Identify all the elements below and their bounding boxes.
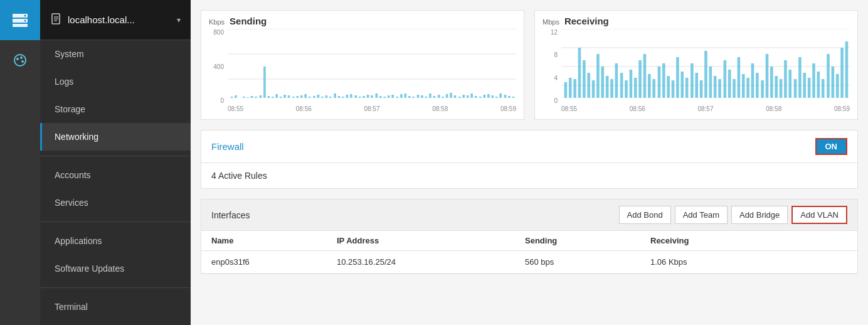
svg-rect-73 bbox=[467, 95, 469, 98]
svg-rect-21 bbox=[251, 96, 253, 98]
table-row[interactable]: enp0s31f6 10.253.16.25/24 560 bps 1.06 K… bbox=[201, 251, 857, 274]
svg-rect-59 bbox=[408, 96, 411, 98]
firewall-link[interactable]: Firewall bbox=[211, 141, 244, 152]
sending-title: Sending bbox=[230, 16, 267, 26]
svg-rect-121 bbox=[714, 76, 717, 98]
svg-rect-90 bbox=[569, 78, 572, 98]
svg-rect-35 bbox=[309, 97, 311, 98]
sending-unit: Kbps bbox=[209, 18, 225, 26]
receiving-x-labels: 08:55 08:56 08:57 08:58 08:59 bbox=[561, 105, 850, 117]
nav-divider-3 bbox=[40, 287, 191, 288]
svg-rect-141 bbox=[808, 78, 811, 98]
svg-rect-62 bbox=[421, 95, 423, 98]
receiving-chart-svg bbox=[561, 29, 850, 104]
col-header-sending: Sending bbox=[525, 236, 650, 245]
svg-point-5 bbox=[14, 55, 26, 66]
svg-rect-22 bbox=[255, 97, 257, 98]
svg-rect-75 bbox=[475, 96, 477, 98]
svg-rect-20 bbox=[246, 97, 249, 98]
sending-chart-area: 800 400 0 bbox=[209, 29, 516, 117]
svg-rect-106 bbox=[643, 54, 647, 98]
dashboard-nav-icon[interactable] bbox=[0, 40, 40, 80]
sidebar-item-system[interactable]: System bbox=[40, 40, 191, 68]
sidebar-item-logs[interactable]: Logs bbox=[40, 68, 191, 95]
col-header-ip: IP Address bbox=[337, 236, 525, 245]
svg-rect-116 bbox=[691, 63, 694, 98]
add-team-button[interactable]: Add Team bbox=[675, 206, 728, 224]
svg-rect-138 bbox=[794, 79, 797, 98]
svg-rect-107 bbox=[648, 74, 651, 98]
svg-rect-63 bbox=[425, 97, 428, 98]
svg-rect-102 bbox=[625, 80, 628, 98]
sidebar-item-services[interactable]: Services bbox=[40, 189, 191, 216]
receiving-chart-inner bbox=[561, 29, 850, 104]
x-label: 08:55 bbox=[228, 105, 243, 117]
svg-rect-114 bbox=[680, 72, 684, 98]
firewall-toggle[interactable]: ON bbox=[815, 138, 848, 155]
sidebar-item-storage[interactable]: Storage bbox=[40, 95, 191, 123]
nav-divider bbox=[40, 156, 191, 156]
svg-rect-38 bbox=[321, 97, 324, 98]
svg-rect-125 bbox=[733, 79, 736, 98]
firewall-header: Firewall ON bbox=[201, 131, 857, 163]
y-label: 12 bbox=[542, 29, 558, 36]
sending-y-labels: 800 400 0 bbox=[209, 29, 226, 104]
svg-rect-129 bbox=[751, 63, 754, 98]
sidebar-item-accounts[interactable]: Accounts bbox=[40, 161, 191, 189]
svg-rect-67 bbox=[442, 97, 444, 98]
sidebar-item-networking[interactable]: Networking bbox=[40, 123, 191, 151]
row-sending: 560 bps bbox=[525, 257, 650, 267]
nav-sidebar: localhost.local... ▾ System Logs Storage… bbox=[40, 0, 191, 325]
svg-rect-77 bbox=[484, 95, 486, 98]
svg-rect-144 bbox=[822, 79, 825, 98]
y-label: 0 bbox=[209, 97, 224, 104]
svg-rect-112 bbox=[672, 80, 675, 98]
add-bond-button[interactable]: Add Bond bbox=[619, 206, 671, 224]
svg-rect-69 bbox=[450, 93, 452, 98]
svg-rect-76 bbox=[479, 97, 482, 98]
nav-header[interactable]: localhost.local... ▾ bbox=[40, 0, 191, 40]
svg-rect-113 bbox=[676, 57, 679, 98]
receiving-unit: Mbps bbox=[542, 18, 559, 26]
x-label: 08:57 bbox=[364, 105, 379, 117]
interfaces-header: Interfaces Add Bond Add Team Add Bridge … bbox=[201, 200, 857, 231]
svg-rect-139 bbox=[798, 57, 802, 98]
svg-rect-127 bbox=[742, 74, 745, 98]
x-label: 08:57 bbox=[697, 105, 713, 117]
svg-rect-119 bbox=[704, 51, 707, 98]
row-name: enp0s31f6 bbox=[211, 257, 337, 267]
sending-chart-header: Kbps Sending bbox=[209, 16, 516, 26]
svg-rect-89 bbox=[564, 82, 568, 98]
sending-chart-inner bbox=[228, 29, 516, 104]
sidebar-item-software-updates[interactable]: Software Updates bbox=[40, 255, 191, 282]
svg-rect-51 bbox=[376, 93, 378, 98]
interfaces-table-header: Name IP Address Sending Receiving bbox=[201, 231, 857, 251]
svg-rect-2 bbox=[13, 24, 28, 27]
sidebar-item-terminal[interactable]: Terminal bbox=[40, 293, 191, 321]
svg-rect-49 bbox=[367, 95, 369, 98]
svg-rect-120 bbox=[709, 67, 712, 98]
svg-rect-96 bbox=[596, 54, 600, 98]
svg-rect-37 bbox=[317, 95, 320, 98]
sidebar-item-applications[interactable]: Applications bbox=[40, 227, 191, 255]
main-content: Kbps Sending 800 400 0 bbox=[191, 0, 868, 325]
svg-rect-145 bbox=[827, 54, 830, 98]
svg-rect-45 bbox=[350, 94, 352, 98]
svg-point-6 bbox=[16, 58, 19, 60]
svg-rect-23 bbox=[260, 95, 262, 98]
add-bridge-button[interactable]: Add Bridge bbox=[731, 206, 788, 224]
svg-rect-108 bbox=[652, 79, 655, 98]
svg-rect-53 bbox=[383, 97, 386, 98]
svg-rect-56 bbox=[396, 97, 399, 98]
svg-rect-50 bbox=[371, 95, 373, 98]
svg-rect-40 bbox=[329, 97, 332, 98]
svg-rect-105 bbox=[638, 60, 642, 98]
svg-rect-146 bbox=[832, 67, 835, 98]
server-icon bbox=[11, 11, 29, 29]
add-vlan-button[interactable]: Add VLAN bbox=[791, 206, 847, 224]
svg-rect-111 bbox=[667, 76, 670, 98]
svg-rect-70 bbox=[454, 95, 457, 98]
svg-rect-79 bbox=[491, 95, 494, 98]
svg-rect-147 bbox=[836, 74, 839, 98]
svg-rect-29 bbox=[283, 95, 286, 98]
